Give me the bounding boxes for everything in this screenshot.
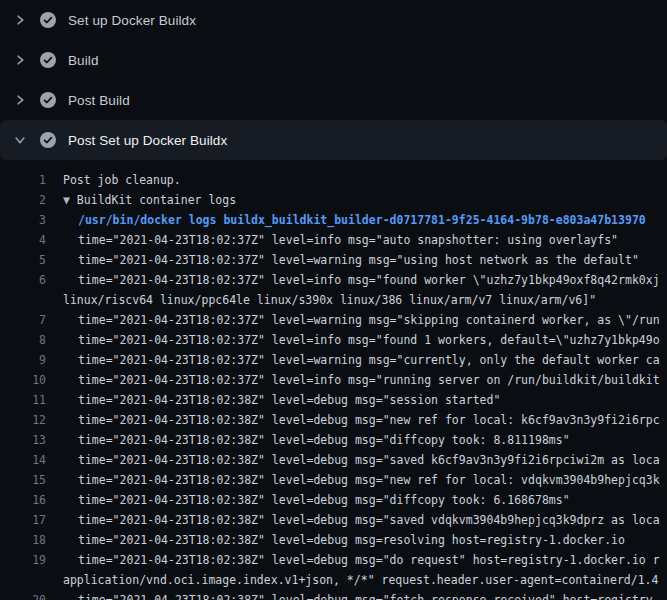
log-line-number[interactable]: 11 <box>0 390 46 410</box>
group-toggle-icon[interactable]: ▼ <box>63 193 77 207</box>
log-line-number[interactable]: 10 <box>0 370 46 390</box>
log-panel: 1Post job cleanup. 2▼ BuildKit container… <box>0 160 667 600</box>
log-line: 11time="2021-04-23T18:02:38Z" level=debu… <box>0 390 667 410</box>
log-line-text: time="2021-04-23T18:02:38Z" level=debug … <box>46 493 570 507</box>
log-line-number[interactable]: 5 <box>0 250 46 270</box>
log-line-number[interactable]: 15 <box>0 470 46 490</box>
log-line: application/vnd.oci.image.index.v1+json,… <box>0 570 667 590</box>
log-line-number[interactable]: 16 <box>0 490 46 510</box>
log-line-text: Post job cleanup. <box>46 173 181 187</box>
steps-list: Set up Docker Buildx Build P <box>0 0 667 160</box>
chevron-right-icon[interactable] <box>13 53 27 67</box>
chevron-right-icon[interactable] <box>13 93 27 107</box>
log-line-number[interactable]: 20 <box>0 590 46 600</box>
check-circle-icon <box>39 131 57 149</box>
log-line-text: time="2021-04-23T18:02:38Z" level=debug … <box>46 433 570 447</box>
chevron-right-icon[interactable] <box>13 13 27 27</box>
log-line: 2▼ BuildKit container logs <box>0 190 667 210</box>
log-line-text: time="2021-04-23T18:02:38Z" level=debug … <box>46 393 500 407</box>
log-line: 7time="2021-04-23T18:02:37Z" level=warni… <box>0 310 667 330</box>
log-line: 9time="2021-04-23T18:02:37Z" level=warni… <box>0 350 667 370</box>
log-line: 10time="2021-04-23T18:02:37Z" level=info… <box>0 370 667 390</box>
log-line: 6time="2021-04-23T18:02:37Z" level=info … <box>0 270 667 290</box>
step-row[interactable]: Set up Docker Buildx <box>0 0 667 40</box>
log-line: 15time="2021-04-23T18:02:38Z" level=debu… <box>0 470 667 490</box>
log-line: 14time="2021-04-23T18:02:38Z" level=debu… <box>0 450 667 470</box>
log-line-number[interactable]: 12 <box>0 410 46 430</box>
actions-log-viewer: Set up Docker Buildx Build P <box>0 0 667 600</box>
log-line-text: application/vnd.oci.image.index.v1+json,… <box>46 573 658 587</box>
log-line-number[interactable]: 13 <box>0 430 46 450</box>
group-title[interactable]: BuildKit container logs <box>77 193 236 207</box>
log-line-number[interactable]: 8 <box>0 330 46 350</box>
log-line-number[interactable]: 17 <box>0 510 46 530</box>
check-circle-icon <box>39 51 57 69</box>
log-line-text: time="2021-04-23T18:02:38Z" level=debug … <box>46 533 625 547</box>
check-circle-icon <box>39 91 57 109</box>
log-line-number[interactable]: 19 <box>0 550 46 570</box>
log-line-number[interactable]: 4 <box>0 230 46 250</box>
log-line-number[interactable]: 9 <box>0 350 46 370</box>
log-line-text: /usr/bin/docker logs buildx_buildkit_bui… <box>46 213 646 227</box>
step-label: Set up Docker Buildx <box>68 13 196 28</box>
log-line: 4time="2021-04-23T18:02:37Z" level=info … <box>0 230 667 250</box>
log-line: 13time="2021-04-23T18:02:38Z" level=debu… <box>0 430 667 450</box>
log-line: 19time="2021-04-23T18:02:38Z" level=debu… <box>0 550 667 570</box>
log-line: 16time="2021-04-23T18:02:38Z" level=debu… <box>0 490 667 510</box>
step-label: Build <box>68 53 99 68</box>
log-line: 5time="2021-04-23T18:02:37Z" level=warni… <box>0 250 667 270</box>
log-line: 1Post job cleanup. <box>0 170 667 190</box>
log-line-text: time="2021-04-23T18:02:37Z" level=warnin… <box>46 313 660 327</box>
log-line: 18time="2021-04-23T18:02:38Z" level=debu… <box>0 530 667 550</box>
log-line-number[interactable]: 3 <box>0 210 46 230</box>
step-label: Post Set up Docker Buildx <box>68 133 227 148</box>
log-line-text: time="2021-04-23T18:02:38Z" level=debug … <box>46 413 660 427</box>
log-line-text: time="2021-04-23T18:02:38Z" level=debug … <box>46 453 660 467</box>
step-label: Post Build <box>68 93 130 108</box>
log-line-text: time="2021-04-23T18:02:38Z" level=debug … <box>46 473 660 487</box>
log-line-text: time="2021-04-23T18:02:37Z" level=info m… <box>46 273 660 287</box>
log-line: 20time="2021-04-23T18:02:38Z" level=debu… <box>0 590 667 600</box>
log-line-text: time="2021-04-23T18:02:37Z" level=info m… <box>46 233 618 247</box>
log-line-text: time="2021-04-23T18:02:37Z" level=info m… <box>46 333 660 347</box>
log-line-number[interactable]: 6 <box>0 270 46 290</box>
log-line-text: time="2021-04-23T18:02:37Z" level=warnin… <box>46 253 639 267</box>
log-line-text: time="2021-04-23T18:02:38Z" level=debug … <box>46 513 660 527</box>
log-line-number[interactable]: 2 <box>0 190 46 210</box>
log-line: linux/riscv64 linux/ppc64le linux/s390x … <box>0 290 667 310</box>
log-line: 8time="2021-04-23T18:02:37Z" level=info … <box>0 330 667 350</box>
log-line-text: ▼ BuildKit container logs <box>46 193 236 207</box>
log-line-text: time="2021-04-23T18:02:38Z" level=debug … <box>46 553 660 567</box>
log-line-number[interactable]: 1 <box>0 170 46 190</box>
log-line-number[interactable]: 18 <box>0 530 46 550</box>
check-circle-icon <box>39 11 57 29</box>
step-row[interactable]: Post Build <box>0 80 667 120</box>
log-line-text: time="2021-04-23T18:02:37Z" level=info m… <box>46 373 660 387</box>
step-row[interactable]: Post Set up Docker Buildx <box>0 120 667 160</box>
chevron-down-icon[interactable] <box>13 133 27 147</box>
log-line: 3/usr/bin/docker logs buildx_buildkit_bu… <box>0 210 667 230</box>
log-line-number[interactable]: 14 <box>0 450 46 470</box>
log-line-text: linux/riscv64 linux/ppc64le linux/s390x … <box>46 293 596 307</box>
log-line: 17time="2021-04-23T18:02:38Z" level=debu… <box>0 510 667 530</box>
log-line-text: time="2021-04-23T18:02:37Z" level=warnin… <box>46 353 660 367</box>
step-row[interactable]: Build <box>0 40 667 80</box>
log-line-text: time="2021-04-23T18:02:38Z" level=debug … <box>46 593 660 600</box>
log-line-number[interactable]: 7 <box>0 310 46 330</box>
log-line: 12time="2021-04-23T18:02:38Z" level=debu… <box>0 410 667 430</box>
